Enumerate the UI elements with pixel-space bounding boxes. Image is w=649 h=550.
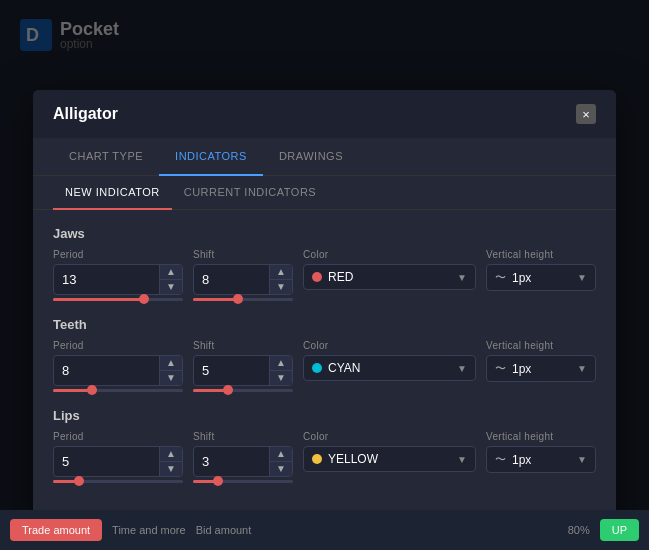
bottom-text1: Time and more — [112, 524, 186, 536]
lips-color-text: YELLOW — [328, 452, 378, 466]
teeth-vertical-chevron-icon: ▼ — [577, 363, 587, 374]
lips-color-label-wrap: YELLOW — [312, 452, 378, 466]
tab-chart-type[interactable]: CHART TYPE — [53, 138, 159, 176]
teeth-shift-input[interactable] — [194, 357, 269, 384]
teeth-shift-down-btn[interactable]: ▼ — [270, 371, 292, 385]
modal-header: Alligator × — [33, 90, 616, 138]
teeth-vertical-select[interactable]: 〜 1px ▼ — [486, 355, 596, 382]
teeth-color-text: CYAN — [328, 361, 360, 375]
jaws-period-spinner-btns: ▲ ▼ — [159, 265, 182, 294]
lips-period-slider-track — [53, 480, 183, 483]
teeth-shift-slider-thumb[interactable] — [223, 385, 233, 395]
jaws-vertical-chevron-icon: ▼ — [577, 272, 587, 283]
teeth-vertical-wave-icon: 〜 — [495, 361, 506, 376]
lips-period-label: Period — [53, 431, 183, 442]
jaws-shift-group: Shift ▲ ▼ — [193, 249, 293, 303]
tab-bar: CHART TYPE INDICATORS DRAWINGS — [33, 138, 616, 176]
jaws-shift-up-btn[interactable]: ▲ — [270, 265, 292, 280]
bottom-text2: Bid amount — [196, 524, 252, 536]
teeth-vertical-label: Vertical height — [486, 340, 596, 351]
jaws-shift-input[interactable] — [194, 266, 269, 293]
lips-shift-slider-track — [193, 480, 293, 483]
modal-body: Jaws Period ▲ ▼ — [33, 210, 616, 515]
jaws-shift-spinner: ▲ ▼ — [193, 264, 293, 295]
up-button[interactable]: UP — [600, 519, 639, 541]
lips-fields-row: Period ▲ ▼ — [53, 431, 596, 485]
teeth-color-select[interactable]: CYAN ▼ — [303, 355, 476, 381]
lips-period-spinner-btns: ▲ ▼ — [159, 447, 182, 476]
teeth-shift-label: Shift — [193, 340, 293, 351]
lips-shift-input[interactable] — [194, 448, 269, 475]
lips-period-slider-thumb[interactable] — [74, 476, 84, 486]
lips-vertical-chevron-icon: ▼ — [577, 454, 587, 465]
lips-color-dot — [312, 454, 322, 464]
teeth-color-dot — [312, 363, 322, 373]
jaws-period-label: Period — [53, 249, 183, 260]
teeth-period-slider-wrap — [53, 388, 183, 394]
teeth-period-up-btn[interactable]: ▲ — [160, 356, 182, 371]
lips-vertical-group: Vertical height 〜 1px ▼ — [486, 431, 596, 473]
teeth-period-slider-track — [53, 389, 183, 392]
lips-period-input[interactable] — [54, 448, 159, 475]
jaws-color-group: Color RED ▼ — [303, 249, 476, 290]
lips-shift-slider-thumb[interactable] — [213, 476, 223, 486]
tab-indicators[interactable]: INDICATORS — [159, 138, 263, 176]
teeth-vertical-label-wrap: 〜 1px — [495, 361, 531, 376]
bottom-pct-text: 80% — [568, 524, 590, 536]
jaws-period-down-btn[interactable]: ▼ — [160, 280, 182, 294]
jaws-section: Jaws Period ▲ ▼ — [53, 226, 596, 303]
lips-vertical-label-wrap: 〜 1px — [495, 452, 531, 467]
lips-vertical-wave-icon: 〜 — [495, 452, 506, 467]
teeth-shift-slider-track — [193, 389, 293, 392]
sub-tab-current-indicators[interactable]: CURRENT INDICATORS — [172, 176, 328, 210]
teeth-shift-group: Shift ▲ ▼ — [193, 340, 293, 394]
jaws-title: Jaws — [53, 226, 596, 241]
lips-vertical-label: Vertical height — [486, 431, 596, 442]
jaws-vertical-label: Vertical height — [486, 249, 596, 260]
lips-period-up-btn[interactable]: ▲ — [160, 447, 182, 462]
lips-title: Lips — [53, 408, 596, 423]
jaws-period-slider-thumb[interactable] — [139, 294, 149, 304]
teeth-fields-row: Period ▲ ▼ — [53, 340, 596, 394]
teeth-color-label: Color — [303, 340, 476, 351]
jaws-vertical-text: 1px — [512, 271, 531, 285]
teeth-vertical-group: Vertical height 〜 1px ▼ — [486, 340, 596, 382]
jaws-shift-slider-thumb[interactable] — [233, 294, 243, 304]
teeth-period-input[interactable] — [54, 357, 159, 384]
jaws-color-label-wrap: RED — [312, 270, 353, 284]
lips-color-select[interactable]: YELLOW ▼ — [303, 446, 476, 472]
lips-vertical-select[interactable]: 〜 1px ▼ — [486, 446, 596, 473]
teeth-period-group: Period ▲ ▼ — [53, 340, 183, 394]
jaws-vertical-select[interactable]: 〜 1px ▼ — [486, 264, 596, 291]
jaws-period-slider-wrap — [53, 297, 183, 303]
jaws-period-up-btn[interactable]: ▲ — [160, 265, 182, 280]
lips-period-down-btn[interactable]: ▼ — [160, 462, 182, 476]
jaws-shift-down-btn[interactable]: ▼ — [270, 280, 292, 294]
teeth-title: Teeth — [53, 317, 596, 332]
lips-section: Lips Period ▲ ▼ — [53, 408, 596, 485]
jaws-shift-spinner-btns: ▲ ▼ — [269, 265, 292, 294]
lips-shift-down-btn[interactable]: ▼ — [270, 462, 292, 476]
teeth-shift-slider-wrap — [193, 388, 293, 394]
jaws-shift-slider-wrap — [193, 297, 293, 303]
jaws-color-chevron-icon: ▼ — [457, 272, 467, 283]
modal-close-button[interactable]: × — [576, 104, 596, 124]
jaws-shift-slider-track — [193, 298, 293, 301]
teeth-period-down-btn[interactable]: ▼ — [160, 371, 182, 385]
lips-color-group: Color YELLOW ▼ — [303, 431, 476, 472]
teeth-period-slider-thumb[interactable] — [87, 385, 97, 395]
teeth-shift-up-btn[interactable]: ▲ — [270, 356, 292, 371]
tab-drawings[interactable]: DRAWINGS — [263, 138, 359, 176]
sub-tab-new-indicator[interactable]: NEW INDICATOR — [53, 176, 172, 210]
sub-tab-bar: NEW INDICATOR CURRENT INDICATORS — [33, 176, 616, 210]
lips-color-chevron-icon: ▼ — [457, 454, 467, 465]
lips-shift-up-btn[interactable]: ▲ — [270, 447, 292, 462]
jaws-color-select[interactable]: RED ▼ — [303, 264, 476, 290]
jaws-vertical-label-wrap: 〜 1px — [495, 270, 531, 285]
trade-amount-button[interactable]: Trade amount — [10, 519, 102, 541]
jaws-period-input[interactable] — [54, 266, 159, 293]
jaws-period-group: Period ▲ ▼ — [53, 249, 183, 303]
teeth-color-label-wrap: CYAN — [312, 361, 360, 375]
modal-dialog: Alligator × CHART TYPE INDICATORS DRAWIN… — [33, 90, 616, 550]
modal-title: Alligator — [53, 105, 118, 123]
